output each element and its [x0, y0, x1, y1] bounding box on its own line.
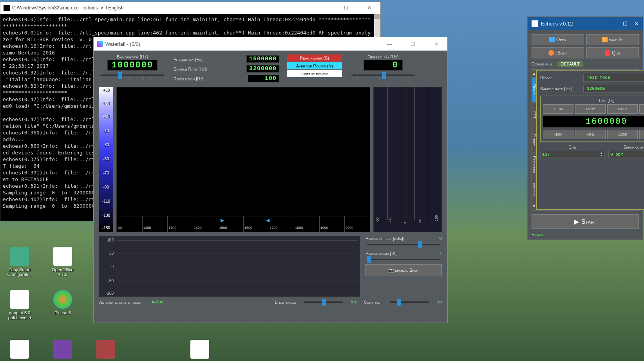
offset-label: Offset +/- [Hz]	[350, 54, 416, 59]
maximize-button[interactable]: ☐	[623, 21, 628, 27]
tune-plus-mhz[interactable]: +MHz	[575, 104, 606, 114]
gain-spinner[interactable]: ▲▼	[540, 151, 604, 158]
desktop-icon[interactable]: echoes	[47, 340, 78, 361]
echoes-window: Echoes v.0.12 — ☐ ✕ Open save As aBout Q…	[527, 16, 643, 240]
brightness-value: 50	[351, 300, 356, 305]
maximize-button[interactable]: ☐	[338, 5, 354, 11]
bandwidth-slider[interactable]	[101, 74, 164, 76]
spectrum-plot[interactable]: 100 50 0 -50 -100	[99, 236, 360, 297]
echoes-icon	[532, 20, 538, 27]
tab-fft[interactable]: FFT	[532, 103, 536, 128]
manual-shot-button[interactable]: 📷 manual Shot	[365, 264, 442, 276]
resolution-label: Resolution [Hz]:	[174, 76, 204, 81]
tune-minus-mhz[interactable]: -MHz	[575, 130, 606, 139]
cmd-titlebar[interactable]: C:\Windows\System32\cmd.exe - echoes -v …	[0, 2, 380, 14]
auto-shots-value: 00/00	[150, 300, 163, 305]
frequency-value: 1600000	[246, 55, 279, 63]
bandwidth-label: Bandwidth [Hz]	[99, 54, 166, 59]
sample-rate-label: Sample rate [Hz]	[540, 86, 583, 91]
frequency-label: Frequency [Hz]:	[174, 57, 204, 62]
tab-scroll-up[interactable]: ▲	[532, 70, 536, 78]
desktop-icon[interactable]: GrampsAI	[4, 340, 35, 361]
config-file-label: Config file:	[532, 62, 554, 66]
power-offset-label: Power offset [dBm]:	[365, 236, 404, 241]
desktop-icon[interactable]: Statistica	[184, 340, 215, 361]
cmd-title-text: C:\Windows\System32\cmd.exe - echoes -v …	[12, 5, 124, 11]
power-offset-value: 0	[439, 236, 442, 241]
brightness-label: Brightness	[275, 300, 296, 305]
offset-slider[interactable]	[351, 74, 415, 76]
config-file-value: DEFAULT	[557, 61, 583, 67]
waterfall-icon	[97, 41, 103, 47]
quit-button[interactable]: Quit	[586, 47, 639, 58]
tune-plus-10k[interactable]: +10k	[639, 104, 644, 114]
info-icon	[548, 50, 554, 56]
sample-rate-label: Sample Rate [Hz]:	[174, 67, 207, 71]
folder-icon	[549, 37, 555, 42]
error-comp-spinner[interactable]: ▲▼	[608, 151, 644, 158]
power-zoom-slider[interactable]	[367, 259, 440, 260]
status-text: Ready.	[532, 232, 639, 237]
tab-reporting[interactable]: Reporting	[532, 152, 536, 178]
tune-label: Tune [Hz]	[543, 98, 644, 103]
about-button[interactable]: aBout	[532, 47, 584, 58]
desktop-icon[interactable]: gnuplot 5.0 patchlevel 4	[4, 290, 35, 320]
save-icon	[602, 37, 608, 42]
tune-minus-10m[interactable]: -10M	[543, 130, 573, 139]
brightness-slider[interactable]	[304, 301, 343, 303]
close-button[interactable]: ✕	[429, 41, 444, 47]
side-graph[interactable]: -90 -50 0 50 100	[373, 87, 442, 232]
desktop-icon[interactable]: Easy Smart Configurati...	[4, 247, 35, 277]
waterfall-canvas[interactable]: ▶ ◀ 001200130014001500160017001800190020…	[116, 87, 370, 232]
instant-power-button[interactable]: Instant power	[287, 70, 342, 77]
contrast-slider[interactable]	[390, 301, 429, 303]
camera-icon: 📷	[389, 268, 394, 272]
tune-plus-10m[interactable]: +10M	[543, 104, 573, 114]
power-offset-slider[interactable]	[367, 244, 440, 245]
tune-minus-100k[interactable]: -100K	[607, 130, 638, 139]
quit-icon	[605, 50, 610, 56]
echoes-titlebar[interactable]: Echoes v.0.12 — ☐ ✕	[528, 17, 643, 30]
maximize-button[interactable]: ☐	[405, 41, 421, 47]
tune-group: Tune [Hz] +10M +MHz +100K +10k 1600000 -…	[540, 96, 644, 142]
auto-shots-label: Automatic shots taken:	[99, 300, 143, 305]
peak-power-button[interactable]: Peak power (S)	[287, 54, 342, 62]
waterfall-xaxis: 00120013001400150016001700180019002000	[117, 216, 370, 232]
tab-scroll-down[interactable]: ▼	[532, 202, 536, 210]
minimize-button[interactable]: —	[382, 41, 397, 47]
desktop-icon[interactable]: OpenOffice 4.1.2	[47, 247, 78, 277]
sample-rate-select[interactable]: 3200000	[583, 85, 644, 93]
desktop-icon[interactable]: Picasa 3	[47, 290, 78, 320]
cmd-icon	[4, 5, 10, 11]
play-icon: ▶	[574, 218, 579, 225]
device-label: Device	[540, 75, 583, 80]
settings-tabs: ▲ Device FFT Output Reporting erences ▼	[532, 70, 536, 210]
tab-output[interactable]: Output	[532, 127, 536, 152]
gain-label: Gain	[540, 145, 604, 149]
waterfall-titlebar[interactable]: Waterfall - (0/0) — ☐ ✕	[94, 37, 447, 51]
error-comp-label: Error compensation	[608, 145, 644, 149]
echoes-title-text: Echoes v.0.12	[541, 21, 573, 27]
device-panel: Device Test mode Sample rate [Hz] 320000…	[536, 70, 644, 210]
save-as-button[interactable]: save As	[586, 34, 639, 45]
minimize-button[interactable]: —	[315, 5, 330, 11]
tune-plus-100k[interactable]: +100K	[607, 104, 638, 114]
tune-minus-10k[interactable]: -10k	[639, 130, 644, 139]
waterfall-title-text: Waterfall - (0/0)	[105, 41, 140, 47]
tab-device[interactable]: Device	[532, 78, 536, 103]
power-zoom-value: 1	[439, 251, 442, 256]
device-select[interactable]: Test mode	[583, 74, 644, 82]
bandwidth-value: 1000000	[107, 60, 157, 71]
tab-preferences[interactable]: erences	[532, 177, 536, 202]
contrast-label: Contrast	[364, 300, 382, 305]
open-button[interactable]: Open	[532, 34, 584, 45]
contrast-value: 20	[437, 300, 442, 305]
waterfall-window: Waterfall - (0/0) — ☐ ✕ Bandwidth [Hz] 1…	[93, 37, 448, 323]
minimize-button[interactable]: —	[611, 21, 616, 27]
close-button[interactable]: ✕	[362, 5, 377, 11]
average-power-button[interactable]: Average Power (N)	[287, 62, 342, 69]
start-button[interactable]: ▶Start	[532, 214, 639, 229]
close-button[interactable]: ✕	[635, 21, 639, 27]
sample-rate-value: 3200000	[246, 65, 279, 73]
desktop-icon[interactable]: Aladin	[90, 340, 121, 361]
